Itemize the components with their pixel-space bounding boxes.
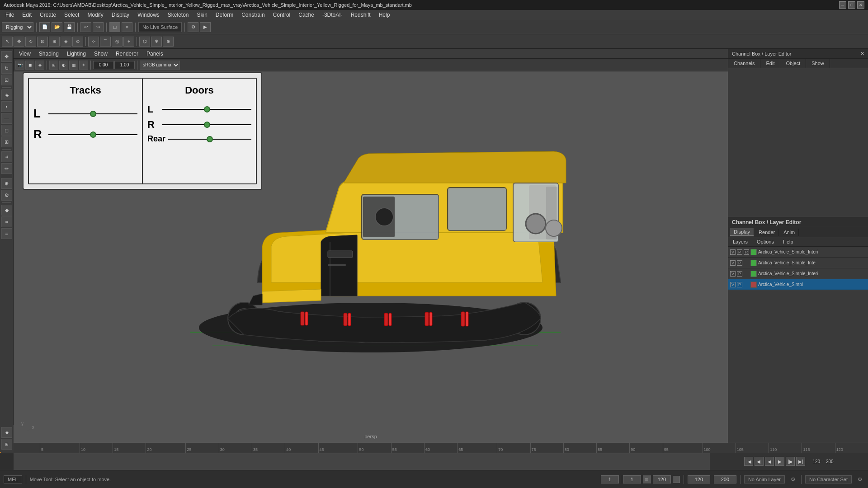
vp-camera-button[interactable]: 📷 bbox=[15, 61, 24, 70]
menu-skeleton[interactable]: Skeleton bbox=[164, 11, 193, 19]
menu-deform[interactable]: Deform bbox=[212, 11, 237, 19]
viewport-menu-renderer[interactable]: Renderer bbox=[112, 50, 142, 58]
mel-indicator[interactable]: MEL bbox=[4, 475, 22, 483]
render-button[interactable]: ▶ bbox=[200, 22, 211, 32]
viewport-menu-view[interactable]: View bbox=[15, 50, 34, 58]
lasso-tool-button[interactable]: ⌗ bbox=[122, 22, 132, 32]
move-button[interactable]: ✥ bbox=[14, 37, 24, 47]
scale-mode-button[interactable]: ⊡ bbox=[1, 75, 12, 85]
vertex-mode-button[interactable]: • bbox=[1, 101, 12, 112]
menu-create[interactable]: Create bbox=[36, 11, 60, 19]
constraint-button[interactable]: ⚙ bbox=[1, 190, 12, 201]
center-pivot-button[interactable]: ⊕ bbox=[163, 37, 174, 47]
vp-shading-button[interactable]: ◈ bbox=[35, 61, 44, 70]
menu-redshift[interactable]: Redshift bbox=[347, 11, 374, 19]
vp-texture-button[interactable]: ▦ bbox=[69, 61, 78, 70]
menu-help[interactable]: Help bbox=[375, 11, 394, 19]
anim-layer-indicator[interactable]: No Anim Layer bbox=[744, 475, 785, 483]
tracks-r-slider[interactable] bbox=[90, 131, 96, 138]
play-forward-button[interactable]: ▶ bbox=[775, 457, 784, 466]
paint-button[interactable]: ✏ bbox=[1, 163, 12, 174]
graph-editor-button[interactable]: ≈ bbox=[1, 216, 12, 227]
layers-tab-render[interactable]: Render bbox=[755, 229, 779, 236]
layer-row-4[interactable]: V P Arctica_Vehicle_Simpl bbox=[728, 279, 868, 290]
vp-value2-input[interactable] bbox=[114, 61, 135, 69]
viewport-area[interactable]: Tracks L R Doors L bbox=[14, 59, 728, 443]
doors-l-slider[interactable] bbox=[204, 106, 210, 113]
layer-r-1[interactable]: R bbox=[744, 249, 749, 255]
step-back-button[interactable]: ◀| bbox=[755, 457, 764, 466]
edge-mode-button[interactable]: — bbox=[1, 113, 12, 124]
layer-v-3[interactable]: V bbox=[730, 271, 736, 277]
cb-tab-object[interactable]: Object bbox=[780, 59, 806, 68]
layer-v-4[interactable]: V bbox=[730, 282, 736, 287]
maximize-button[interactable]: □ bbox=[848, 1, 855, 9]
render-settings-button[interactable]: ⚙ bbox=[188, 22, 198, 32]
undo-button[interactable]: ↩ bbox=[80, 22, 91, 32]
menu-display[interactable]: Display bbox=[108, 11, 133, 19]
menu-constrain[interactable]: Constrain bbox=[238, 11, 268, 19]
tracks-l-slider[interactable] bbox=[90, 111, 96, 117]
start-frame-input[interactable] bbox=[623, 475, 641, 483]
no-live-surface-indicator[interactable]: No Live Surface bbox=[138, 22, 182, 32]
layer-row-1[interactable]: V P R Arctica_Vehicle_Simple_Interi bbox=[728, 247, 868, 258]
show-manip-button[interactable]: ⊙ bbox=[72, 37, 83, 47]
vp-light-button[interactable]: ☀ bbox=[79, 61, 88, 70]
dope-sheet-button[interactable]: ≡ bbox=[1, 228, 12, 239]
close-button[interactable]: ✕ bbox=[857, 1, 864, 9]
layer-row-3[interactable]: V P Arctica_Vehicle_Simple_Interi bbox=[728, 268, 868, 279]
char-set-indicator[interactable]: No Character Set bbox=[805, 475, 852, 483]
menu-select[interactable]: Select bbox=[61, 11, 83, 19]
menu-file[interactable]: File bbox=[2, 11, 18, 19]
doors-rear-slider[interactable] bbox=[207, 136, 213, 142]
history-button[interactable]: ⌬ bbox=[139, 37, 150, 47]
rotate-mode-button[interactable]: ↻ bbox=[1, 63, 12, 74]
vp-wire-button[interactable]: ⊞ bbox=[49, 61, 58, 70]
cb-tab-show[interactable]: Show bbox=[806, 59, 830, 68]
layer-row-2[interactable]: V P Arctica_Vehicle_Simple_Inte bbox=[728, 258, 868, 268]
scale-button[interactable]: ⊡ bbox=[37, 37, 48, 47]
layer-p-2[interactable]: P bbox=[737, 260, 742, 266]
timeline-expand-button[interactable]: ⊞ bbox=[1, 439, 12, 450]
redo-button[interactable]: ↪ bbox=[93, 22, 104, 32]
move-mode-button[interactable]: ✥ bbox=[1, 51, 12, 62]
timeline-ruler[interactable]: 1510152025303540455055606570758085909510… bbox=[0, 443, 868, 453]
menu-cache[interactable]: Cache bbox=[295, 11, 318, 19]
uv-mode-button[interactable]: ⊞ bbox=[1, 136, 12, 147]
menu-control[interactable]: Control bbox=[269, 11, 294, 19]
current-frame-input[interactable] bbox=[601, 475, 619, 483]
layers-tab-anim[interactable]: Anim bbox=[780, 229, 799, 236]
minimize-button[interactable]: ─ bbox=[839, 1, 846, 9]
layer-v-1[interactable]: V bbox=[730, 249, 736, 255]
layer-p-1[interactable]: P bbox=[737, 249, 742, 255]
viewport-menu-lighting[interactable]: Lighting bbox=[63, 50, 90, 58]
save-file-button[interactable]: 💾 bbox=[64, 22, 75, 32]
freeze-transform-button[interactable]: ❄ bbox=[151, 37, 162, 47]
char-set-settings-button[interactable]: ⚙ bbox=[855, 475, 864, 484]
component-mode-button[interactable]: ◈ bbox=[1, 89, 12, 100]
snap-curve-button[interactable]: ⌒ bbox=[100, 37, 111, 47]
snap-point-button[interactable]: ◎ bbox=[112, 37, 123, 47]
new-scene-button[interactable]: 📄 bbox=[39, 22, 50, 32]
play-back-button[interactable]: ◀ bbox=[765, 457, 774, 466]
vp-smooth-button[interactable]: ◐ bbox=[59, 61, 68, 70]
viewport-menu-shading[interactable]: Shading bbox=[35, 50, 62, 58]
layer-p-4[interactable]: P bbox=[737, 282, 742, 287]
menu-edit[interactable]: Edit bbox=[19, 11, 35, 19]
vp-value1-input[interactable] bbox=[93, 61, 113, 69]
layers-tab-display[interactable]: Display bbox=[730, 228, 754, 236]
select-button[interactable]: ↖ bbox=[2, 37, 13, 47]
layer-p-3[interactable]: P bbox=[737, 271, 742, 277]
layers-tab-help[interactable]: Help bbox=[778, 237, 798, 246]
layers-tab-options[interactable]: Options bbox=[752, 237, 778, 246]
soft-mod-button[interactable]: ◈ bbox=[61, 37, 71, 47]
step-forward-button[interactable]: |▶ bbox=[786, 457, 795, 466]
layers-tab-layers[interactable]: Layers bbox=[728, 237, 752, 246]
cb-tab-channels[interactable]: Channels bbox=[728, 59, 760, 68]
vp-render-button[interactable]: ◼ bbox=[25, 61, 34, 70]
menu-modify[interactable]: Modify bbox=[84, 11, 107, 19]
face-mode-button[interactable]: ◻ bbox=[1, 125, 12, 136]
go-start-button[interactable]: |◀ bbox=[744, 457, 753, 466]
doors-r-slider[interactable] bbox=[204, 122, 210, 128]
viewport-menu-show[interactable]: Show bbox=[90, 50, 111, 58]
